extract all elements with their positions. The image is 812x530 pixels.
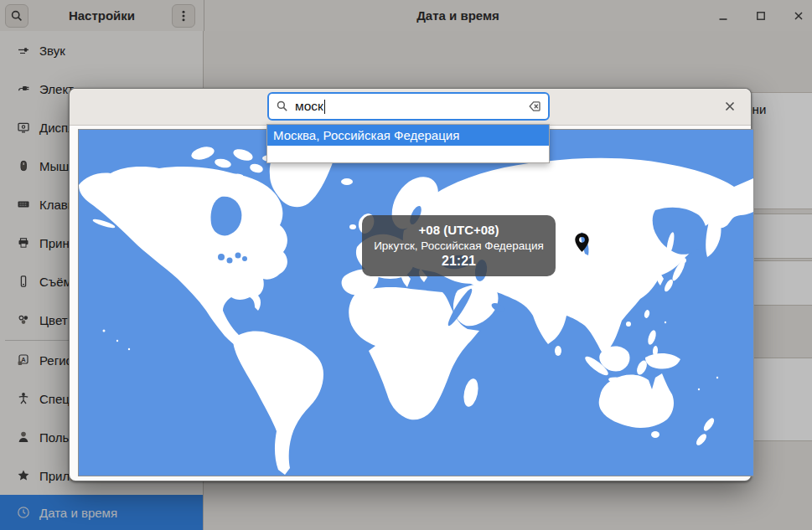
timezone-tooltip: +08 (UTC+08) Иркутск, Российская Федерац… bbox=[362, 215, 556, 276]
settings-window: Настройки Дата и время bbox=[0, 0, 812, 530]
location-pin-icon bbox=[575, 233, 589, 252]
close-icon bbox=[722, 99, 737, 114]
timezone-search-input[interactable]: моск bbox=[267, 92, 550, 121]
timezone-dialog-header: моск bbox=[70, 89, 751, 126]
world-map-graphic bbox=[79, 130, 753, 476]
search-icon bbox=[276, 100, 289, 113]
timezone-current-time: 21:21 bbox=[362, 254, 556, 269]
search-results-dropdown: Москва, Российская Федерация bbox=[266, 124, 550, 163]
timezone-map[interactable]: +08 (UTC+08) Иркутск, Российская Федерац… bbox=[78, 129, 754, 476]
dialog-close-button[interactable] bbox=[722, 99, 737, 114]
timezone-location: Иркутск, Российская Федерация bbox=[362, 239, 556, 252]
search-result-item[interactable]: Москва, Российская Федерация bbox=[267, 125, 549, 146]
clear-search-button[interactable] bbox=[525, 100, 541, 113]
timezone-offset: +08 (UTC+08) bbox=[362, 223, 556, 237]
text-caret bbox=[324, 100, 326, 114]
clear-entry-icon bbox=[525, 100, 541, 113]
search-value: моск bbox=[295, 99, 323, 114]
search-result-item[interactable] bbox=[267, 146, 549, 162]
timezone-dialog-body: +08 (UTC+08) Иркутск, Российская Федерац… bbox=[78, 129, 742, 476]
